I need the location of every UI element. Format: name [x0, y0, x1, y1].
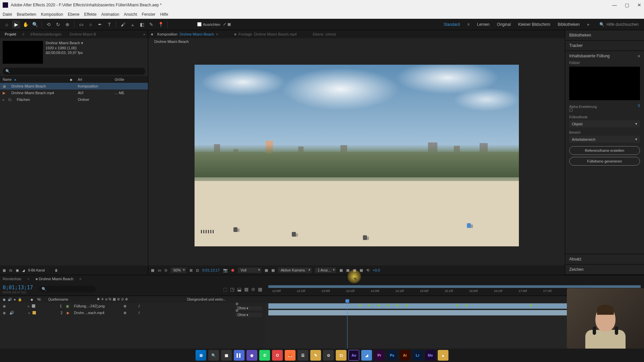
switch-icon[interactable]: ☀ [101, 297, 104, 301]
tab-overflow-icon[interactable]: » [143, 32, 145, 36]
menu-hilfe[interactable]: Hilfe [160, 12, 168, 17]
menu-bearbeiten[interactable]: Bearbeiten [17, 12, 36, 17]
col-type[interactable]: Art [78, 78, 115, 81]
pen-tool[interactable]: ✒ [96, 20, 104, 28]
col-name[interactable]: Name [3, 78, 12, 81]
switch-icon[interactable]: ⊘ [117, 297, 120, 301]
comp-flowchart-icon[interactable]: ⬚ [223, 287, 227, 292]
color-depth-icon[interactable]: ◢ [22, 268, 25, 272]
menu-komposition[interactable]: Komposition [41, 12, 63, 17]
taskbar-app[interactable]: ◢ [361, 350, 372, 361]
view-icon-3[interactable]: ▦ [353, 268, 356, 273]
taskbar-obs[interactable]: ⊙ [323, 350, 334, 361]
channel-icon[interactable]: ⬣ [231, 268, 234, 273]
tab-composition[interactable]: ■ Komposition Drohne Miami Beach ≡ [151, 32, 218, 36]
hand-tool[interactable]: ✋ [21, 20, 30, 28]
trash-icon[interactable]: 🗑 [55, 268, 58, 272]
layer-row-2[interactable]: ◉ 🔊 ▸ 2 ▶ Drohn ...each.mp4 ⊕ / ⊘ Ohne ▾ [0, 309, 265, 316]
view-icon-4[interactable]: ▦ [360, 268, 363, 273]
lock-column-icon[interactable]: 🔒 [18, 298, 22, 301]
taskbar-taskview[interactable]: ▦ [221, 350, 232, 361]
rect-tool[interactable]: ▭ [77, 20, 85, 28]
layer-row-1[interactable]: ◉ ▸ 1 ▣ Füllung...-242].png ⊕ / ⊘ Ohne ▾ [0, 303, 265, 309]
expand-icon[interactable]: ▸ [28, 304, 30, 308]
tab-menu-icon[interactable]: ≡ [216, 32, 218, 36]
menu-animation[interactable]: Animation [101, 12, 119, 17]
toggle-alpha-icon[interactable]: ▦ [151, 268, 154, 273]
guides-icon[interactable]: ⊡ [196, 268, 199, 273]
keyframe[interactable] [465, 304, 468, 307]
taskbar-premiere[interactable]: Pr [374, 350, 385, 361]
interpret-footage-icon[interactable]: ▦ [3, 268, 6, 272]
close-button[interactable]: ✕ [637, 2, 641, 8]
panel-paragraph[interactable]: Absatz [565, 254, 644, 264]
eye-column-icon[interactable]: ◉ [3, 298, 6, 301]
label-swatch[interactable] [33, 311, 36, 314]
taskbar-files[interactable]: 🗀 [336, 350, 346, 361]
keyframe[interactable] [406, 304, 408, 307]
taskbar-media-encoder[interactable]: Me [425, 350, 436, 361]
zoom-tool[interactable]: 🔍 [31, 20, 39, 28]
parent-pickwhip-icon[interactable]: ⊘ [235, 302, 238, 306]
col-label-icon[interactable]: ◆ [70, 78, 78, 81]
keyframe[interactable] [456, 304, 459, 307]
switch-icon[interactable]: ⧄ [105, 297, 107, 301]
orbit-tool[interactable]: ⟲ [45, 20, 53, 28]
zoom-dropdown[interactable]: 50% [171, 267, 186, 273]
toggle-icon[interactable]: ⊙ [164, 268, 167, 273]
eraser-tool[interactable]: ◧ [138, 20, 146, 28]
label-column-icon[interactable]: ◆ [31, 298, 33, 301]
workspace-standard[interactable]: Standard [443, 22, 460, 27]
maximize-button[interactable]: ▢ [625, 2, 629, 8]
taskbar-app[interactable]: ▌▌ [234, 350, 245, 361]
keyframe[interactable] [368, 304, 371, 307]
views-dropdown[interactable]: 1 Ansi... [315, 267, 336, 273]
playhead[interactable] [347, 303, 347, 355]
snap-checkbox[interactable] [197, 22, 202, 26]
expand-icon[interactable]: ▸ [29, 311, 31, 315]
menu-datei[interactable]: Datei [3, 12, 12, 17]
workspace-bibliotheken[interactable]: Bibliotheken [558, 22, 580, 27]
range-dropdown[interactable]: Arbeitsbereich▾ [569, 136, 640, 143]
menu-effekte[interactable]: Effekte [84, 12, 97, 17]
panel-character[interactable]: Zeichen [565, 264, 644, 275]
keyframe[interactable] [530, 304, 532, 307]
camera-dropdown[interactable]: Aktive Kamera [278, 267, 312, 273]
switch-icon[interactable]: ✱ [97, 297, 100, 301]
keyframe[interactable] [387, 304, 389, 307]
keyframe[interactable] [359, 304, 361, 307]
brush-tool[interactable]: 🖌 [119, 20, 127, 28]
snap-icon[interactable]: ⤢ [223, 22, 226, 26]
tab-close-icon[interactable]: × [28, 277, 30, 281]
project-item-folder[interactable]: ▸🗀Flächen Ordner [0, 96, 148, 103]
bpc-label[interactable]: 8-Bit-Kanal [28, 268, 45, 272]
composition-viewer[interactable] [148, 46, 565, 265]
keyframe[interactable] [377, 304, 380, 307]
switch-icon[interactable]: fx [109, 297, 111, 301]
help-search[interactable]: 🔍 Hilfe durchsuchen [597, 21, 641, 27]
parent-pickwhip-icon[interactable]: ⊘ [235, 308, 238, 312]
minimize-button[interactable]: — [612, 2, 617, 8]
taskbar-app[interactable]: ▲ [438, 350, 448, 361]
create-reference-frame-button[interactable]: Referenzframe erstellen [569, 146, 640, 155]
shy-icon[interactable]: ⬓ [237, 287, 241, 292]
audio-column-icon[interactable]: 🔊 [8, 298, 12, 301]
snapshot-icon[interactable]: 📷 [223, 268, 228, 273]
taskbar-search[interactable]: 🔍 [208, 350, 219, 361]
panel-menu-icon[interactable]: ≡ [638, 54, 640, 58]
taskbar-after-effects[interactable]: Ae [348, 350, 359, 361]
current-timecode[interactable]: 0;01;13;17 [3, 285, 33, 291]
roto-tool[interactable]: ✎ [147, 20, 155, 28]
sort-arrow-icon[interactable]: ▲ [14, 78, 17, 81]
tab-render-queue[interactable]: Renderliste [3, 277, 21, 281]
taskbar-app[interactable]: ◉ [247, 350, 257, 361]
resolution-dropdown[interactable]: Voll [238, 267, 261, 273]
workspace-menu-icon[interactable]: ≡ [467, 22, 470, 27]
pin-tool[interactable]: 📍 [157, 20, 165, 28]
project-item-video[interactable]: ▶Drohne Miami Beach.mp4 AVI ... ME [0, 89, 148, 96]
exposure-value[interactable]: +0,0 [373, 268, 380, 272]
visibility-toggle[interactable]: ◉ [3, 304, 7, 308]
taskbar-illustrator[interactable]: Ai [399, 350, 410, 361]
taskbar-start[interactable]: ⊞ [196, 350, 206, 361]
reset-exposure-icon[interactable]: ⟲ [366, 268, 369, 273]
